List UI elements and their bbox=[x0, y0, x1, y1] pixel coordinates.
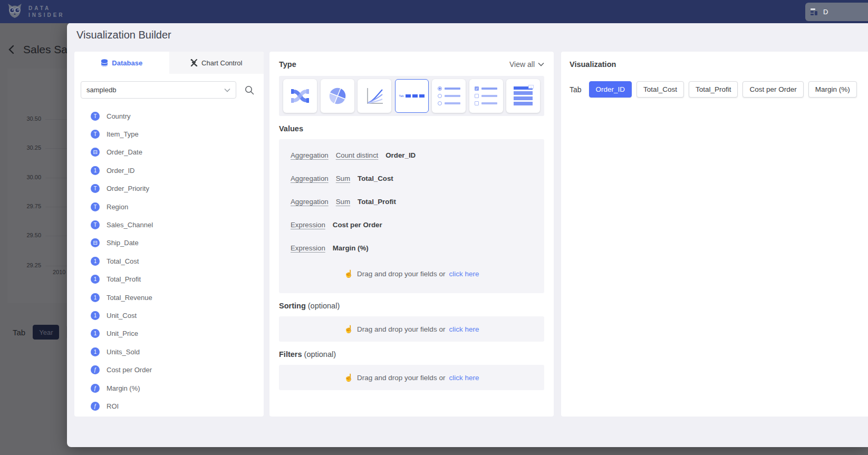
chart-type-sankey[interactable] bbox=[283, 79, 317, 113]
chart-type-line[interactable] bbox=[358, 79, 391, 113]
view-all-button[interactable]: View all bbox=[509, 60, 544, 69]
values-section-title: Values bbox=[279, 124, 303, 133]
chart-type-table[interactable]: ⌄ bbox=[506, 79, 540, 113]
top-navbar: DATA INSIDER D bbox=[0, 0, 868, 23]
field-type-icon: ƒ bbox=[91, 402, 100, 411]
dropzone-text: Drag and drop your fields or bbox=[357, 270, 445, 278]
viz-tab-cost-per-order[interactable]: Cost per Order bbox=[742, 81, 803, 98]
brand-line-1: DATA bbox=[28, 5, 65, 12]
search-icon[interactable] bbox=[245, 85, 254, 95]
chart-type-checkbox-list[interactable]: ✓ bbox=[469, 79, 503, 113]
field-name: Total_Profit bbox=[107, 275, 141, 283]
value-field[interactable]: Total_Cost bbox=[358, 175, 393, 182]
field-name: Ship_Date bbox=[107, 239, 139, 247]
field-row[interactable]: 1Total_Cost bbox=[74, 252, 264, 270]
viz-tab-total-profit[interactable]: Total_Profit bbox=[689, 81, 738, 98]
chart-type-tab[interactable]: Tab bbox=[395, 79, 429, 113]
visualization-builder-modal: Visualization Builder Database bbox=[67, 23, 868, 447]
sorting-dropzone[interactable]: ☝ Drag and drop your fields or click her… bbox=[279, 316, 544, 342]
field-type-icon: T bbox=[91, 202, 100, 211]
field-row[interactable]: 1Unit_Price bbox=[74, 325, 264, 343]
value-row: Expression Margin (%) bbox=[291, 236, 533, 259]
value-field[interactable]: Margin (%) bbox=[333, 244, 369, 252]
field-row[interactable]: 1Units_Sold bbox=[74, 343, 264, 361]
dashboard-grid-icon bbox=[811, 8, 819, 16]
field-row[interactable]: 1Total_Profit bbox=[74, 270, 264, 288]
brand-line-2: INSIDER bbox=[28, 12, 65, 18]
field-row[interactable]: 1Unit_Cost bbox=[74, 306, 264, 324]
value-row: Aggregation Count distinct Order_ID bbox=[291, 143, 533, 167]
field-row[interactable]: ƒMargin (%) bbox=[74, 379, 264, 397]
values-dropzone-box: Aggregation Count distinct Order_ID Aggr… bbox=[279, 139, 544, 293]
field-type-icon: T bbox=[91, 220, 100, 229]
tab-database[interactable]: Database bbox=[74, 52, 169, 74]
value-field[interactable]: Order_ID bbox=[385, 151, 416, 159]
aggregation-kind-dropdown[interactable]: Aggregation bbox=[291, 198, 329, 206]
filters-dropzone-box: ☝ Drag and drop your fields or click her… bbox=[279, 365, 544, 390]
chevron-down-icon bbox=[538, 62, 544, 66]
tab-chart-control-label: Chart Control bbox=[201, 59, 242, 67]
filters-dropzone[interactable]: ☝ Drag and drop your fields or click her… bbox=[279, 365, 544, 390]
values-dropzone[interactable]: ☝ Drag and drop your fields or click her… bbox=[291, 262, 533, 286]
dashboards-panel-label: D bbox=[823, 8, 828, 16]
aggregation-kind-dropdown[interactable]: Aggregation bbox=[291, 151, 329, 159]
brand: DATA INSIDER bbox=[6, 3, 65, 21]
values-click-here-link[interactable]: click here bbox=[449, 270, 479, 278]
checkbox-list-icon: ✓ bbox=[475, 86, 497, 105]
chart-type-pie[interactable] bbox=[321, 79, 354, 113]
viz-tab-total-cost[interactable]: Total_Cost bbox=[636, 81, 684, 98]
sankey-icon bbox=[290, 85, 311, 107]
tab-database-label: Database bbox=[112, 59, 142, 67]
field-row[interactable]: TRegion bbox=[74, 198, 264, 216]
datasource-value: sampledb bbox=[86, 86, 116, 94]
sorting-section-header: Sorting (optional) bbox=[269, 293, 554, 310]
radio-list-icon bbox=[438, 86, 460, 105]
values-section-header: Values bbox=[269, 116, 554, 133]
field-name: Order_ID bbox=[107, 167, 134, 175]
field-type-icon: T bbox=[91, 184, 100, 193]
filters-click-here-link[interactable]: click here bbox=[449, 374, 479, 382]
chart-type-radio-list[interactable] bbox=[432, 79, 466, 113]
field-row[interactable]: ⊟Order_Date bbox=[74, 143, 264, 161]
aggregation-kind-dropdown[interactable]: Expression bbox=[291, 221, 325, 229]
filters-section-title: Filters (optional) bbox=[279, 350, 336, 359]
datasource-select[interactable]: sampledb bbox=[81, 81, 236, 99]
field-name: Order_Priority bbox=[107, 185, 149, 192]
sorting-section-title: Sorting (optional) bbox=[279, 302, 340, 310]
field-type-icon: ƒ bbox=[91, 365, 100, 374]
aggregation-kind-dropdown[interactable]: Expression bbox=[291, 244, 325, 252]
dropzone-text: Drag and drop your fields or bbox=[357, 325, 445, 333]
field-type-icon: ⊟ bbox=[91, 148, 100, 157]
field-row[interactable]: TSales_Channel bbox=[74, 216, 264, 234]
field-type-icon: 1 bbox=[91, 166, 100, 175]
field-row[interactable]: TOrder_Priority bbox=[74, 180, 264, 198]
viz-tab-margin[interactable]: Margin (%) bbox=[808, 81, 857, 98]
field-type-icon: ƒ bbox=[91, 384, 100, 393]
aggregation-fn-dropdown[interactable]: Sum bbox=[336, 175, 350, 182]
sorting-click-here-link[interactable]: click here bbox=[449, 325, 479, 333]
value-row: Aggregation Sum Total_Profit bbox=[291, 190, 533, 213]
viz-tab-order-id[interactable]: Order_ID bbox=[589, 81, 632, 98]
value-field[interactable]: Cost per Order bbox=[333, 221, 382, 229]
field-row[interactable]: TItem_Type bbox=[74, 125, 264, 143]
field-row[interactable]: 1Order_ID bbox=[74, 161, 264, 179]
aggregation-kind-dropdown[interactable]: Aggregation bbox=[291, 175, 329, 182]
field-type-icon: T bbox=[91, 112, 100, 121]
table-icon: ⌄ bbox=[514, 86, 533, 105]
field-row[interactable]: ⊟Ship_Date bbox=[74, 234, 264, 252]
field-type-icon: 1 bbox=[91, 329, 100, 338]
type-section-title: Type bbox=[279, 60, 296, 69]
tab-chart-control[interactable]: Chart Control bbox=[169, 52, 264, 74]
aggregation-fn-dropdown[interactable]: Sum bbox=[336, 198, 350, 206]
dashboards-panel-button[interactable]: D bbox=[805, 3, 868, 21]
value-field[interactable]: Total_Profit bbox=[358, 198, 396, 206]
left-panel-tabs: Database Chart Control bbox=[74, 52, 264, 74]
field-row[interactable]: 1Total_Revenue bbox=[74, 288, 264, 306]
filters-optional-label: (optional) bbox=[304, 350, 336, 359]
field-row[interactable]: ƒCost per Order bbox=[74, 361, 264, 379]
field-name: Country bbox=[107, 112, 131, 120]
field-row[interactable]: ƒROI bbox=[74, 397, 264, 415]
aggregation-fn-dropdown[interactable]: Count distinct bbox=[336, 151, 379, 159]
field-row[interactable]: TCountry bbox=[74, 107, 264, 125]
field-name: Total_Cost bbox=[107, 257, 139, 265]
